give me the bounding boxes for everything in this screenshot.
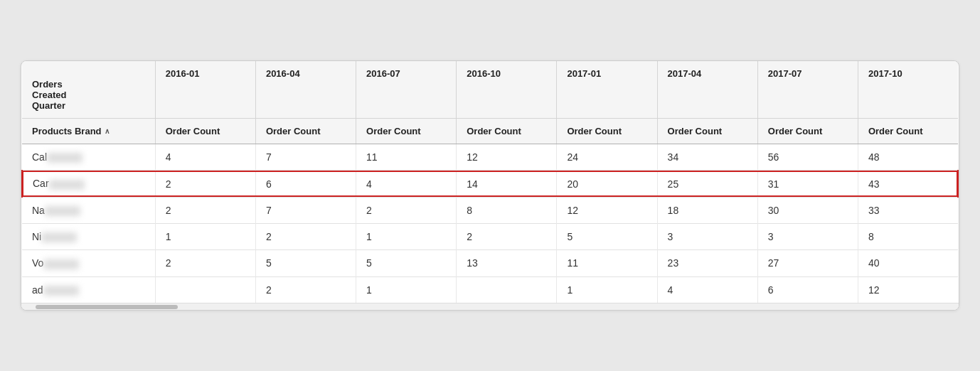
brand-name: Na	[32, 205, 45, 216]
value-cell	[155, 276, 255, 303]
order-count-label-1: Order Count	[266, 126, 321, 136]
q2-2016-04-header: 2016-04	[255, 61, 356, 119]
quarter-label-1: 2016-04	[266, 68, 300, 79]
value-cell	[457, 276, 557, 303]
order-count-header-1: Order Count	[255, 119, 356, 144]
q5-2017-01-header: 2017-01	[557, 61, 657, 119]
brand-name-blurred	[47, 153, 82, 163]
order-count-label-0: Order Count	[166, 126, 220, 136]
value-cell: 1	[356, 224, 457, 250]
table-row: Car2641420253143	[22, 171, 958, 197]
value-cell: 7	[255, 144, 356, 171]
order-count-header-5: Order Count	[657, 119, 757, 144]
table-row: Ni12125338	[22, 224, 958, 250]
scrollbar-thumb[interactable]	[36, 305, 178, 309]
value-cell: 5	[557, 224, 657, 250]
products-brand-header[interactable]: Products Brand ∧	[22, 119, 155, 144]
quarter-header-label: Orders Created Quarter	[32, 79, 66, 111]
value-cell: 27	[757, 250, 858, 276]
value-cell: 4	[657, 276, 757, 303]
value-cell: 3	[757, 224, 858, 250]
quarter-label-5: 2017-04	[668, 68, 702, 79]
value-cell: 6	[255, 171, 356, 197]
q3-2016-07-header: 2016-07	[356, 61, 457, 119]
q4-2016-10-header: 2016-10	[457, 61, 557, 119]
value-cell: 2	[356, 197, 457, 223]
value-cell: 13	[457, 250, 557, 276]
table-container: Orders Created Quarter 2016-01 2016-04 2…	[21, 60, 959, 311]
value-cell: 1	[557, 276, 657, 303]
value-cell: 7	[255, 197, 356, 223]
table-row: Vo2551311232740	[22, 250, 958, 276]
order-count-header-6: Order Count	[757, 119, 858, 144]
metric-header-row: Products Brand ∧ Order Count Order Count…	[22, 119, 958, 144]
order-count-label-7: Order Count	[868, 126, 923, 136]
brand-name-blurred	[45, 206, 80, 216]
table-body: Cal47111224345648Car2641420253143Na27281…	[22, 144, 958, 303]
value-cell: 2	[255, 276, 356, 303]
value-cell: 25	[657, 171, 757, 197]
order-count-label-3: Order Count	[467, 126, 521, 136]
brand-name: Ni	[32, 231, 41, 242]
value-cell: 2	[457, 224, 557, 250]
value-cell: 23	[657, 250, 757, 276]
order-count-label-5: Order Count	[668, 126, 723, 136]
brand-name: Vo	[32, 257, 43, 269]
quarter-label-7: 2017-10	[868, 68, 902, 79]
brand-cell: Vo	[22, 250, 155, 276]
sort-ascending-icon[interactable]: ∧	[105, 127, 110, 135]
value-cell: 20	[557, 171, 657, 197]
value-cell: 31	[757, 171, 858, 197]
quarter-label-3: 2016-10	[467, 68, 501, 79]
order-count-label-6: Order Count	[768, 126, 823, 136]
value-cell: 8	[858, 224, 958, 250]
value-cell: 24	[557, 144, 657, 171]
table-row: ad2114612	[22, 276, 958, 303]
quarter-label-2: 2016-07	[366, 68, 400, 79]
brand-cell: ad	[22, 276, 155, 303]
scroll-wrapper[interactable]: Orders Created Quarter 2016-01 2016-04 2…	[21, 61, 959, 310]
value-cell: 3	[657, 224, 757, 250]
order-count-label-2: Order Count	[366, 126, 421, 136]
brand-name-blurred	[43, 286, 79, 296]
value-cell: 2	[155, 197, 255, 223]
quarter-label-0: 2016-01	[166, 68, 200, 79]
brand-name: Cal	[32, 151, 47, 163]
order-count-header-4: Order Count	[557, 119, 657, 144]
value-cell: 1	[356, 276, 457, 303]
value-cell: 6	[757, 276, 858, 303]
horizontal-scrollbar[interactable]	[21, 303, 959, 310]
value-cell: 11	[356, 144, 457, 171]
value-cell: 4	[155, 144, 255, 171]
value-cell: 34	[657, 144, 757, 171]
brand-cell: Na	[22, 197, 155, 223]
value-cell: 2	[155, 171, 255, 197]
table-row: Cal47111224345648	[22, 144, 958, 171]
value-cell: 12	[858, 276, 958, 303]
data-table: Orders Created Quarter 2016-01 2016-04 2…	[21, 61, 959, 303]
order-count-header-2: Order Count	[356, 119, 457, 144]
brand-name-blurred	[43, 259, 79, 269]
value-cell: 30	[757, 197, 858, 223]
value-cell: 8	[457, 197, 557, 223]
brand-name-blurred	[41, 232, 77, 242]
value-cell: 33	[858, 197, 958, 223]
value-cell: 48	[858, 144, 958, 171]
order-count-label-4: Order Count	[567, 126, 622, 136]
q6-2017-04-header: 2017-04	[657, 61, 757, 119]
value-cell: 4	[356, 171, 457, 197]
value-cell: 18	[657, 197, 757, 223]
brand-cell: Cal	[22, 144, 155, 171]
quarter-label-6: 2017-07	[768, 68, 802, 79]
value-cell: 56	[757, 144, 858, 171]
quarter-label-4: 2017-01	[567, 68, 601, 79]
brand-name-blurred	[49, 180, 85, 190]
value-cell: 1	[155, 224, 255, 250]
q7-2017-07-header: 2017-07	[757, 61, 858, 119]
brand-name: Car	[33, 178, 49, 189]
products-brand-label: Products Brand	[32, 126, 102, 136]
order-count-header-0: Order Count	[155, 119, 255, 144]
value-cell: 12	[557, 197, 657, 223]
table-row: Na272812183033	[22, 197, 958, 223]
q8-2017-10-header: 2017-10	[858, 61, 958, 119]
